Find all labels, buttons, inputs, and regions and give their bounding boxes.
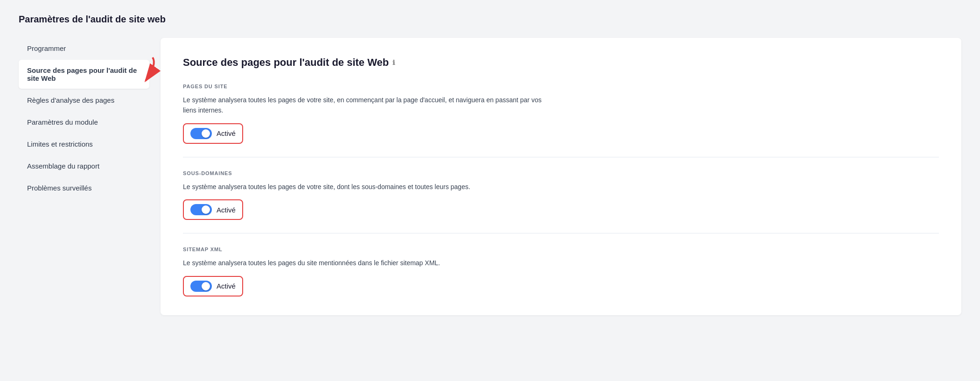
source-label-sous-domaines: SOUS-DOMAINES: [183, 170, 939, 176]
source-section-sous-domaines: SOUS-DOMAINESLe système analysera toutes…: [183, 170, 939, 220]
sidebar: ProgrammerSource des pages pour l'audit …: [19, 38, 149, 199]
source-description-pages-du-site: Le système analysera toutes les pages de…: [183, 95, 547, 116]
toggle-track-sous-domaines: [190, 204, 212, 215]
toggle-thumb-sitemap-xml: [202, 282, 210, 290]
layout: ProgrammerSource des pages pour l'audit …: [19, 38, 961, 315]
section-title: Source des pages pour l'audit de site We…: [183, 56, 939, 69]
section-title-text: Source des pages pour l'audit de site We…: [183, 56, 389, 69]
page-title: Paramètres de l'audit de site web: [19, 14, 961, 25]
source-description-sous-domaines: Le système analysera toutes les pages de…: [183, 182, 547, 192]
toggle-thumb-pages-du-site: [202, 129, 210, 138]
source-label-pages-du-site: PAGES DU SITE: [183, 84, 939, 89]
toggle-switch-sous-domaines[interactable]: [190, 204, 212, 215]
sidebar-item-parametres-module[interactable]: Paramètres du module: [19, 112, 149, 133]
toggle-wrapper-sous-domaines[interactable]: Activé: [183, 199, 243, 220]
sidebar-item-regles-analyse[interactable]: Règles d'analyse des pages: [19, 90, 149, 111]
main-content: Source des pages pour l'audit de site We…: [161, 38, 961, 315]
divider-2: [183, 233, 939, 233]
toggle-wrapper-pages-du-site[interactable]: Activé: [183, 123, 243, 144]
toggle-track-pages-du-site: [190, 128, 212, 139]
toggle-switch-pages-du-site[interactable]: [190, 128, 212, 139]
toggle-thumb-sous-domaines: [202, 205, 210, 214]
divider-1: [183, 157, 939, 157]
toggle-label-sitemap-xml: Activé: [217, 282, 236, 290]
source-description-sitemap-xml: Le système analysera toutes les pages du…: [183, 258, 547, 268]
sidebar-item-source-pages[interactable]: Source des pages pour l'audit de site We…: [19, 60, 149, 89]
sidebar-item-assemblage-rapport[interactable]: Assemblage du rapport: [19, 155, 149, 176]
toggle-label-pages-du-site: Activé: [217, 129, 236, 137]
toggle-wrapper-sitemap-xml[interactable]: Activé: [183, 276, 243, 296]
toggle-switch-sitemap-xml[interactable]: [190, 281, 212, 292]
source-section-pages-du-site: PAGES DU SITELe système analysera toutes…: [183, 84, 939, 144]
sidebar-item-programmer[interactable]: Programmer: [19, 38, 149, 59]
toggle-label-sous-domaines: Activé: [217, 206, 236, 214]
toggle-track-sitemap-xml: [190, 281, 212, 292]
info-icon[interactable]: ℹ: [392, 59, 395, 66]
source-label-sitemap-xml: SITEMAP XML: [183, 247, 939, 252]
sidebar-item-problemes-surveilles[interactable]: Problèmes surveillés: [19, 177, 149, 198]
source-section-sitemap-xml: SITEMAP XMLLe système analysera toutes l…: [183, 247, 939, 296]
sidebar-item-limites-restrictions[interactable]: Limites et restrictions: [19, 134, 149, 155]
